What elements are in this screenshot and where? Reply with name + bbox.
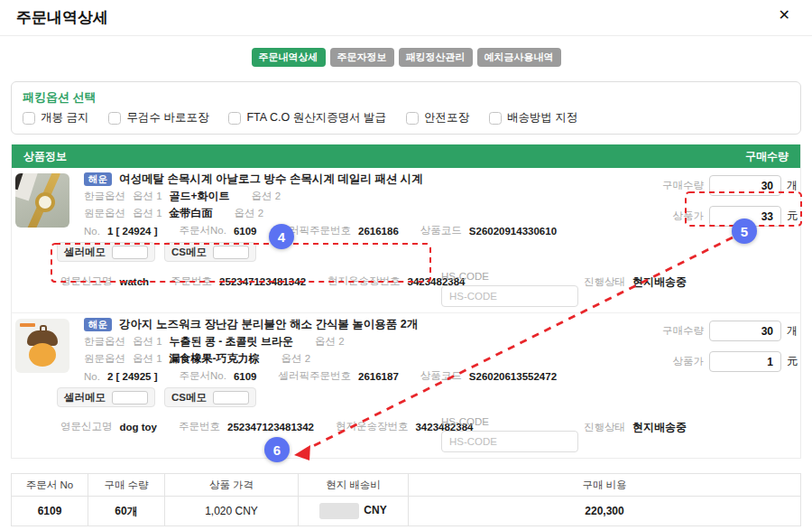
product-section-header: 상품정보 구매수량: [12, 144, 800, 168]
summary-order-sheet-no: 6109: [12, 497, 88, 526]
packing-option: 배송방법 지정: [489, 110, 577, 126]
hscode-input[interactable]: [441, 431, 578, 452]
order-number: 252347123481342: [227, 422, 314, 432]
checkbox-safe-packing[interactable]: [406, 112, 419, 125]
col-order-sheet-no: 주문서 No: [12, 474, 88, 497]
order-number: 252347123481342: [219, 276, 306, 287]
sellerpick-order-no: 2616187: [358, 371, 399, 382]
close-icon[interactable]: ✕: [779, 8, 790, 23]
col-product-price: 상품 가격: [165, 474, 299, 497]
col-purchase-qty: 구매 수량: [88, 474, 165, 497]
summary-total-cost: 220,300: [409, 497, 801, 526]
cs-memo-box: CS메모: [164, 242, 256, 262]
summary-data-row: 6109 60개 1,020 CNY CNY 220,300: [12, 497, 801, 526]
packing-option: FTA C.O 원산지증명서 발급: [228, 110, 386, 126]
checkbox-no-inspection[interactable]: [108, 112, 121, 125]
kr-option1-value: 누출된 콩 - 초콜릿 브라운: [170, 334, 293, 349]
cs-memo-box: CS메모: [164, 387, 256, 407]
purchase-qty-input[interactable]: [709, 321, 781, 341]
orig-option1-value: 漏食橡果-巧克力棕: [170, 351, 260, 367]
tab-order-detail[interactable]: 주문내역상세: [252, 48, 326, 67]
shipping-method-badge: 해운: [84, 172, 112, 187]
declare-name: dog toy: [120, 422, 158, 432]
product-code: S26020914330610: [469, 226, 557, 237]
seller-memo-box: 셀러메모: [57, 387, 155, 407]
packing-options-list: 개봉 금지 무검수 바로포장 FTA C.O 원산지증명서 발급 안전포장 배송…: [23, 110, 789, 126]
product-code: S26020613552472: [469, 371, 557, 382]
product-image-acorn-toy: [15, 319, 69, 373]
hscode-input[interactable]: [441, 285, 578, 307]
progress-status: 현지배송중: [632, 420, 687, 435]
orig-option1-value: 金带白面: [170, 206, 213, 221]
packing-option: 개봉 금지: [23, 110, 88, 126]
product-image-watch: [15, 173, 69, 228]
packing-option: 무검수 바로포장: [108, 110, 208, 126]
summary-table: 주문서 No 구매 수량 상품 가격 현지 배송비 구매 비용 6109 60개…: [11, 473, 801, 526]
summary-header-row: 주문서 No 구매 수량 상품 가격 현지 배송비 구매 비용: [12, 474, 801, 497]
page-title: 주문내역상세: [16, 7, 108, 28]
cs-memo-input[interactable]: [213, 391, 249, 404]
shipping-method-badge: 해운: [84, 318, 112, 332]
product-price-input[interactable]: [709, 206, 781, 227]
summary-local-shipping: CNY: [299, 497, 409, 526]
col-local-shipping: 현지 배송비: [299, 474, 409, 497]
product-no: 1 [ 24924 ]: [107, 226, 158, 237]
sellerpick-order-no: 2616186: [358, 226, 399, 237]
product-title: 강아지 노즈워크 장난감 분리불안 해소 간식볼 놀이용품 2개: [119, 317, 418, 332]
cs-memo-input[interactable]: [213, 246, 249, 259]
progress-status: 현지배송중: [632, 274, 687, 290]
product-row: 해운 강아지 노즈워크 장난감 분리불안 해소 간식볼 놀이용품 2개 한글옵션…: [12, 312, 800, 458]
tab-orderer-info[interactable]: 주문자정보: [330, 48, 394, 67]
summary-qty: 60개: [88, 497, 165, 526]
checkbox-fta-certificate[interactable]: [228, 112, 241, 125]
checkbox-shipping-method[interactable]: [489, 112, 502, 125]
section-qty-header: 구매수량: [745, 149, 789, 164]
section-title: 상품정보: [23, 149, 67, 164]
summary-product-price: 1,020 CNY: [165, 497, 299, 526]
shipping-fee-redacted-box: [319, 503, 359, 519]
order-sheet-no: 6109: [234, 226, 257, 237]
tab-bar: 주문내역상세 주문자정보 패킹정산관리 예치금사용내역: [0, 48, 812, 67]
declare-name: watch: [120, 276, 150, 287]
product-title: 여성메탈 손목시계 아날로그 방수 손목시계 데일리 패션 시계: [119, 172, 423, 187]
product-no: 2 [ 24925 ]: [107, 371, 158, 382]
order-sheet-no: 6109: [234, 371, 257, 382]
packing-options-panel: 패킹옵션 선택 개봉 금지 무검수 바로포장 FTA C.O 원산지증명서 발급…: [11, 81, 801, 135]
seller-memo-input[interactable]: [112, 391, 148, 404]
product-row: 해운 여성메탈 손목시계 아날로그 방수 손목시계 데일리 패션 시계 한글옵션…: [12, 168, 800, 312]
shipping-currency: CNY: [364, 504, 386, 516]
col-purchase-cost: 구매 비용: [409, 474, 801, 497]
packing-option: 안전포장: [406, 110, 469, 126]
kr-option1-value: 골드+화이트: [170, 189, 230, 204]
checkbox-no-open[interactable]: [23, 112, 35, 125]
seller-memo-box: 셀러메모: [57, 242, 155, 262]
product-price-input[interactable]: [709, 351, 781, 372]
seller-memo-input[interactable]: [112, 246, 148, 259]
purchase-qty-input[interactable]: [709, 175, 781, 196]
modal-header: 주문내역상세 ✕: [0, 0, 812, 36]
tab-packing-settlement[interactable]: 패킹정산관리: [399, 48, 473, 67]
packing-options-title: 패킹옵션 선택: [23, 89, 789, 106]
product-section: 상품정보 구매수량 해운 여성메탈 손목시계 아날로그 방수 손목시계 데일리 …: [11, 144, 801, 459]
tab-deposit-usage[interactable]: 예치금사용내역: [477, 48, 561, 67]
